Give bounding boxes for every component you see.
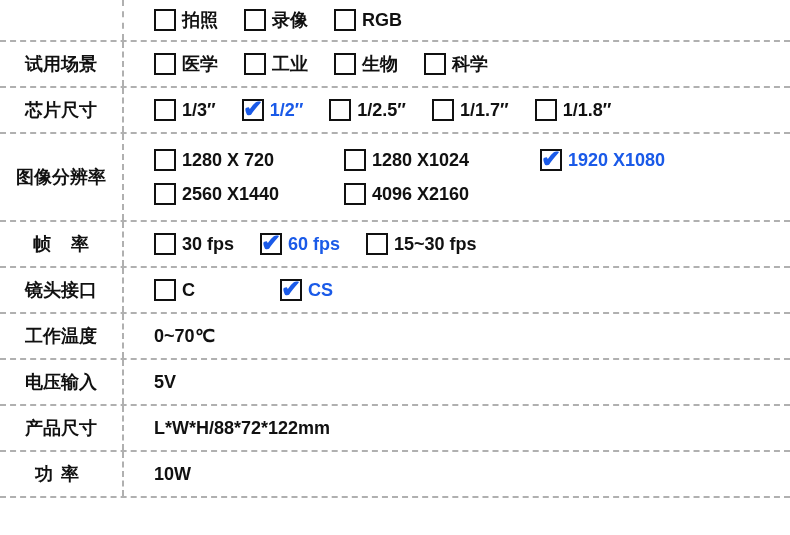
spec-table: 拍照 录像 RGB 试用场景 医学 工业 生物 科学 芯片尺寸 1/3″ 1/2…	[0, 0, 790, 498]
checkbox-icon	[154, 279, 176, 301]
opt-biology[interactable]: 生物	[334, 52, 398, 76]
checkbox-icon	[540, 149, 562, 171]
opt-chip-118[interactable]: 1/1.8″	[535, 99, 612, 121]
value-dimensions: L*W*H/88*72*122mm	[154, 418, 330, 439]
opt-chip-125[interactable]: 1/2.5″	[329, 99, 406, 121]
row-resolution: 图像分辨率 1280 X 720 1280 X1024 1920 X1080 2…	[0, 132, 790, 220]
opt-science[interactable]: 科学	[424, 52, 488, 76]
content-voltage: 5V	[124, 364, 790, 401]
opt-chip-12[interactable]: 1/2″	[242, 99, 304, 121]
label-mode	[0, 0, 124, 40]
row-voltage: 电压输入 5V	[0, 358, 790, 404]
opt-mount-c[interactable]: C	[154, 279, 254, 301]
row-scenarios: 试用场景 医学 工业 生物 科学	[0, 40, 790, 86]
checkbox-icon	[154, 233, 176, 255]
label-temp: 工作温度	[0, 314, 124, 358]
label-fps: 帧率	[0, 222, 124, 266]
checkbox-icon	[280, 279, 302, 301]
opt-medical[interactable]: 医学	[154, 52, 218, 76]
row-power: 功率 10W	[0, 450, 790, 498]
content-scenarios: 医学 工业 生物 科学	[124, 44, 790, 84]
label-voltage: 电压输入	[0, 360, 124, 404]
value-power: 10W	[154, 464, 191, 485]
content-mode: 拍照 录像 RGB	[124, 0, 790, 40]
checkbox-icon	[154, 53, 176, 75]
opt-industrial[interactable]: 工业	[244, 52, 308, 76]
checkbox-icon	[344, 183, 366, 205]
content-temp: 0~70℃	[124, 317, 790, 355]
label-power: 功率	[0, 452, 124, 496]
content-chipsize: 1/3″ 1/2″ 1/2.5″ 1/1.7″ 1/1.8″	[124, 91, 790, 129]
checkbox-icon	[535, 99, 557, 121]
row-temp: 工作温度 0~70℃	[0, 312, 790, 358]
checkbox-icon	[334, 53, 356, 75]
checkbox-icon	[424, 53, 446, 75]
checkbox-icon	[242, 99, 264, 121]
row-chipsize: 芯片尺寸 1/3″ 1/2″ 1/2.5″ 1/1.7″ 1/1.8″	[0, 86, 790, 132]
opt-chip-117[interactable]: 1/1.7″	[432, 99, 509, 121]
label-resolution: 图像分辨率	[0, 134, 124, 220]
content-resolution: 1280 X 720 1280 X1024 1920 X1080 2560 X1…	[124, 141, 790, 213]
opt-rgb[interactable]: RGB	[334, 9, 402, 31]
checkbox-icon	[334, 9, 356, 31]
checkbox-icon	[344, 149, 366, 171]
opt-res-1080[interactable]: 1920 X1080	[540, 149, 665, 171]
content-power: 10W	[124, 456, 790, 493]
value-temp: 0~70℃	[154, 325, 215, 347]
opt-chip-13[interactable]: 1/3″	[154, 99, 216, 121]
checkbox-icon	[154, 9, 176, 31]
opt-photo[interactable]: 拍照	[154, 8, 218, 32]
label-mount: 镜头接口	[0, 268, 124, 312]
label-scenarios: 试用场景	[0, 42, 124, 86]
opt-res-1440[interactable]: 2560 X1440	[154, 183, 318, 205]
row-mode: 拍照 录像 RGB	[0, 0, 790, 40]
checkbox-icon	[432, 99, 454, 121]
opt-res-2160[interactable]: 4096 X2160	[344, 183, 469, 205]
opt-fps-60[interactable]: 60 fps	[260, 233, 340, 255]
checkbox-icon	[154, 99, 176, 121]
value-voltage: 5V	[154, 372, 176, 393]
content-mount: C CS	[124, 271, 790, 309]
row-fps: 帧率 30 fps 60 fps 15~30 fps	[0, 220, 790, 266]
row-mount: 镜头接口 C CS	[0, 266, 790, 312]
checkbox-icon	[329, 99, 351, 121]
checkbox-icon	[244, 9, 266, 31]
opt-mount-cs[interactable]: CS	[280, 279, 333, 301]
label-dimensions: 产品尺寸	[0, 406, 124, 450]
checkbox-icon	[260, 233, 282, 255]
opt-video[interactable]: 录像	[244, 8, 308, 32]
row-dimensions: 产品尺寸 L*W*H/88*72*122mm	[0, 404, 790, 450]
checkbox-icon	[366, 233, 388, 255]
opt-res-1024[interactable]: 1280 X1024	[344, 149, 514, 171]
opt-res-720[interactable]: 1280 X 720	[154, 149, 318, 171]
checkbox-icon	[244, 53, 266, 75]
label-chipsize: 芯片尺寸	[0, 88, 124, 132]
content-fps: 30 fps 60 fps 15~30 fps	[124, 225, 790, 263]
checkbox-icon	[154, 183, 176, 205]
checkbox-icon	[154, 149, 176, 171]
content-dimensions: L*W*H/88*72*122mm	[124, 410, 790, 447]
opt-fps-30[interactable]: 30 fps	[154, 233, 234, 255]
opt-fps-1530[interactable]: 15~30 fps	[366, 233, 477, 255]
